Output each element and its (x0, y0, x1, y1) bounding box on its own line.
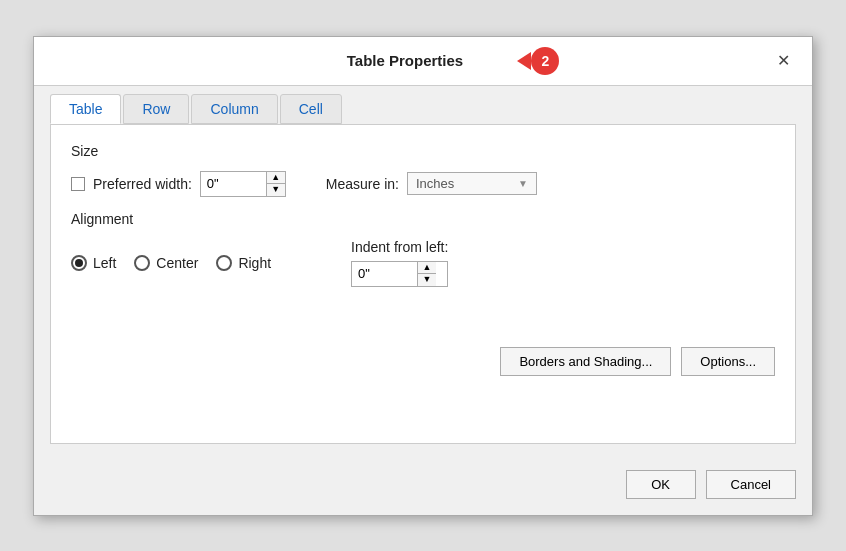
radio-right-outer (216, 255, 232, 271)
ok-button[interactable]: OK (626, 470, 696, 499)
indent-label: Indent from left: (351, 239, 448, 255)
dropdown-arrow-icon: ▼ (518, 178, 528, 189)
indent-up[interactable]: ▲ (418, 262, 436, 274)
radio-right-label: Right (238, 255, 271, 271)
preferred-width-input[interactable] (201, 173, 266, 194)
cancel-button[interactable]: Cancel (706, 470, 796, 499)
preferred-width-up[interactable]: ▲ (267, 172, 285, 184)
radio-left[interactable]: Left (71, 255, 116, 271)
tab-content: Size Preferred width: ▲ ▼ Measure in: In… (50, 124, 796, 444)
measure-in-label: Measure in: (326, 176, 399, 192)
radio-center-label: Center (156, 255, 198, 271)
radio-right[interactable]: Right (216, 255, 271, 271)
dialog-footer: OK Cancel (34, 460, 812, 515)
alignment-row: Left Center Right Indent from left: (71, 239, 775, 287)
close-button[interactable]: ✕ (771, 49, 796, 72)
measure-in-value: Inches (416, 176, 454, 191)
step-badge: 2 (531, 47, 559, 75)
tab-cell[interactable]: Cell (280, 94, 342, 124)
preferred-width-group: Preferred width: ▲ ▼ (71, 171, 286, 197)
alignment-section-label: Alignment (71, 211, 775, 227)
radio-center[interactable]: Center (134, 255, 198, 271)
preferred-width-spinbox[interactable]: ▲ ▼ (200, 171, 286, 197)
options-button[interactable]: Options... (681, 347, 775, 376)
size-row: Preferred width: ▲ ▼ Measure in: Inches … (71, 171, 775, 197)
tab-column[interactable]: Column (191, 94, 277, 124)
indent-input[interactable] (352, 263, 417, 284)
measure-in-dropdown[interactable]: Inches ▼ (407, 172, 537, 195)
table-properties-dialog: Table Properties 2 ✕ Table Row Column Ce… (33, 36, 813, 516)
tab-row[interactable]: Row (123, 94, 189, 124)
preferred-width-checkbox[interactable] (71, 177, 85, 191)
title-bar: Table Properties 2 ✕ (34, 37, 812, 86)
badge-area: 2 (523, 47, 559, 75)
alignment-radio-group: Left Center Right (71, 255, 271, 271)
indent-arrows: ▲ ▼ (417, 262, 436, 286)
tab-table[interactable]: Table (50, 94, 121, 124)
preferred-width-down[interactable]: ▼ (267, 184, 285, 196)
dialog-title: Table Properties (287, 52, 524, 69)
radio-left-outer (71, 255, 87, 271)
preferred-width-label: Preferred width: (93, 176, 192, 192)
borders-shading-button[interactable]: Borders and Shading... (500, 347, 671, 376)
tabs-bar: Table Row Column Cell (34, 86, 812, 124)
alignment-section: Alignment Left Center (71, 211, 775, 287)
radio-left-inner (75, 259, 83, 267)
size-section-label: Size (71, 143, 775, 159)
measure-group: Measure in: Inches ▼ (326, 172, 537, 195)
preferred-width-arrows: ▲ ▼ (266, 172, 285, 196)
action-row: Borders and Shading... Options... (71, 347, 775, 376)
indent-group: Indent from left: ▲ ▼ (351, 239, 448, 287)
indent-down[interactable]: ▼ (418, 274, 436, 286)
indent-spinbox[interactable]: ▲ ▼ (351, 261, 448, 287)
radio-left-label: Left (93, 255, 116, 271)
radio-center-outer (134, 255, 150, 271)
